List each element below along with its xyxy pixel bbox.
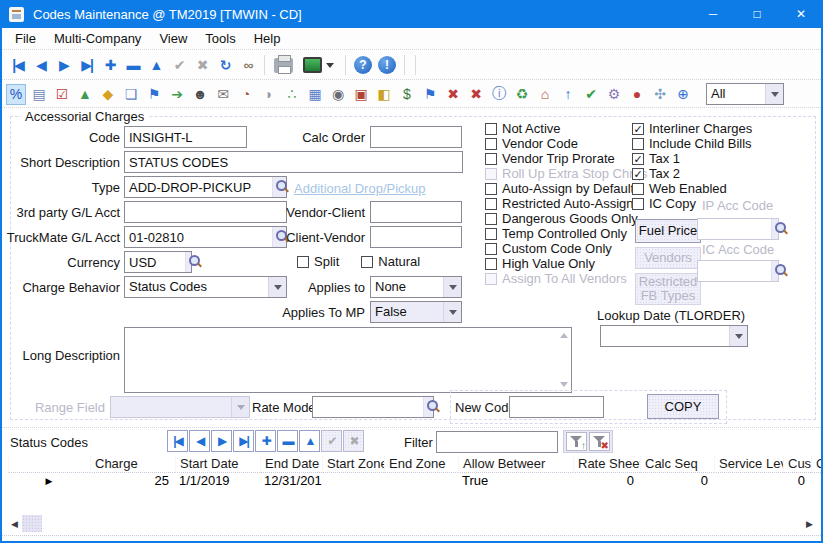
vendor-client-field[interactable] bbox=[370, 201, 462, 223]
chevron-down-icon[interactable] bbox=[765, 84, 783, 104]
truckmate-gl-field[interactable] bbox=[124, 226, 287, 248]
grid-cell[interactable]: 0 bbox=[573, 473, 640, 490]
copy-check-icon[interactable]: ❏ bbox=[121, 84, 141, 105]
ip-acc-code-field[interactable] bbox=[697, 218, 779, 240]
hscroll-thumb[interactable] bbox=[22, 515, 42, 532]
minimize-button[interactable]: ─ bbox=[691, 0, 735, 28]
applies-to-combobox[interactable]: None bbox=[370, 276, 462, 298]
chevron-down-icon[interactable] bbox=[231, 397, 249, 417]
print-button[interactable] bbox=[270, 53, 297, 77]
checkbox[interactable]: ✓ Tax 2 bbox=[632, 166, 752, 181]
car-icon[interactable]: ● bbox=[627, 84, 647, 105]
checkbox[interactable]: Include Child Bills bbox=[632, 136, 752, 151]
checkbox-box[interactable] bbox=[297, 256, 309, 268]
grid-cell[interactable]: 0 bbox=[783, 473, 811, 490]
hscroll-right-icon[interactable]: ▶ bbox=[806, 519, 813, 529]
cancel-edit-button[interactable]: ✖ bbox=[190, 53, 213, 77]
grid-data-row[interactable]: ▶251/1/201912/31/2019 11:True000 bbox=[8, 473, 823, 490]
clear-filter-button[interactable]: ✖ bbox=[589, 432, 610, 451]
grid-first-button[interactable]: |◀ bbox=[167, 430, 188, 452]
truck-arrow-icon[interactable]: ➔ bbox=[167, 84, 187, 105]
checkbox[interactable]: Restricted Auto-Assign bbox=[485, 196, 647, 211]
link-nodes-icon[interactable]: ∴ bbox=[282, 84, 302, 105]
vendors-button[interactable]: Vendors bbox=[635, 247, 701, 269]
chevron-down-icon[interactable] bbox=[268, 277, 286, 297]
gears-icon[interactable]: ⚙ bbox=[604, 84, 624, 105]
grid-header-cell[interactable]: End Date bbox=[260, 456, 322, 473]
gauge-icon[interactable]: ◔ bbox=[236, 84, 256, 105]
invoice-icon[interactable]: $ bbox=[397, 84, 417, 105]
checkbox[interactable]: Temp Controlled Only bbox=[485, 226, 647, 241]
checkbox[interactable]: Custom Code Only bbox=[485, 241, 647, 256]
lookup-date-combobox[interactable] bbox=[600, 325, 748, 347]
checkbox-box[interactable] bbox=[485, 258, 497, 270]
grid-cell[interactable]: ▶ bbox=[8, 473, 90, 490]
chevron-down-icon[interactable] bbox=[729, 326, 747, 346]
checkbox[interactable]: ✓ Tax 1 bbox=[632, 151, 752, 166]
last-record-button[interactable]: ▶| bbox=[75, 53, 98, 77]
checkbox[interactable]: Assign To All Vendors bbox=[485, 271, 647, 286]
first-record-button[interactable]: |◀ bbox=[6, 53, 29, 77]
grid-post-button[interactable]: ✔ bbox=[321, 430, 342, 452]
percent-accessorials-icon[interactable]: % bbox=[6, 84, 26, 105]
house-icon[interactable]: ⌂ bbox=[535, 84, 555, 105]
help-button[interactable]: ? bbox=[354, 56, 372, 74]
checkbox-box[interactable]: ✓ bbox=[632, 123, 644, 135]
grid-header-cell[interactable]: Service Leve bbox=[714, 456, 783, 473]
report-icon[interactable]: ▤ bbox=[29, 84, 49, 105]
currency-field[interactable] bbox=[124, 251, 192, 273]
driver-icon[interactable]: ☻ bbox=[190, 84, 210, 105]
grid-header-cell[interactable]: Start Zone bbox=[322, 456, 384, 473]
about-button[interactable]: ! bbox=[378, 56, 396, 74]
prior-record-button[interactable]: ◀ bbox=[29, 53, 52, 77]
code-field[interactable] bbox=[124, 126, 247, 148]
ic-acc-code-input[interactable] bbox=[698, 261, 771, 281]
new-code-field[interactable] bbox=[509, 396, 604, 418]
flag-icon[interactable]: ⚑ bbox=[144, 84, 164, 105]
truck-icon[interactable]: ▣ bbox=[351, 84, 371, 105]
grid-cell[interactable] bbox=[322, 473, 384, 490]
checkbox[interactable]: Roll Up Extra Stop Chrqs bbox=[485, 166, 647, 181]
checkbox-box[interactable] bbox=[632, 198, 644, 210]
network-delete-icon[interactable]: ✖ bbox=[443, 84, 463, 105]
checkbox-box[interactable] bbox=[485, 213, 497, 225]
grid-delete-button[interactable]: ▬ bbox=[277, 430, 298, 452]
type-input[interactable] bbox=[125, 177, 272, 197]
client-vendor-field[interactable] bbox=[370, 226, 462, 248]
checkbox-box[interactable] bbox=[485, 228, 497, 240]
rate-mode-input[interactable] bbox=[313, 397, 423, 417]
grid-header-cell[interactable]: Calc Seq bbox=[640, 456, 714, 473]
mail-icon[interactable]: ✉ bbox=[213, 84, 233, 105]
checkbox-box[interactable] bbox=[632, 138, 644, 150]
ip-acc-lookup-icon[interactable] bbox=[771, 219, 778, 239]
checkbox[interactable]: Dangerous Goods Only bbox=[485, 211, 647, 226]
checkbox-box[interactable] bbox=[485, 273, 497, 285]
find-button[interactable]: ∞ bbox=[236, 53, 259, 77]
apply-filter-button[interactable]: ↑ bbox=[566, 432, 587, 451]
truckmate-gl-input[interactable] bbox=[125, 227, 272, 247]
checkbox[interactable]: High Value Only bbox=[485, 256, 647, 271]
chart-icon[interactable]: ▲ bbox=[75, 84, 95, 105]
new-code-input[interactable] bbox=[510, 397, 603, 417]
view-filter-combobox[interactable]: All bbox=[706, 83, 784, 105]
menu-item[interactable]: Multi-Company bbox=[45, 29, 150, 48]
hscroll-left-icon[interactable]: ◀ bbox=[11, 519, 18, 529]
third-party-gl-field[interactable] bbox=[124, 201, 287, 223]
checklist-icon[interactable]: ☑ bbox=[52, 84, 72, 105]
grid-header-cell[interactable]: Rate Sheet ID bbox=[573, 456, 640, 473]
filter-input[interactable] bbox=[437, 432, 557, 452]
third-party-gl-input[interactable] bbox=[125, 202, 286, 222]
checkbox[interactable]: Web Enabled bbox=[632, 181, 752, 196]
grid-cell[interactable]: 12/31/2019 11: bbox=[260, 473, 322, 490]
grid-cell[interactable]: 1/1/2019 bbox=[175, 473, 260, 490]
globe-icon[interactable]: ⊕ bbox=[673, 84, 693, 105]
range-field-combobox[interactable] bbox=[110, 396, 250, 418]
grid-cell[interactable]: 0 bbox=[640, 473, 714, 490]
checkbox-box[interactable]: ✓ bbox=[632, 153, 644, 165]
checkbox-box[interactable] bbox=[485, 168, 497, 180]
grid-edit-button[interactable]: ▲ bbox=[299, 430, 320, 452]
shoe-icon[interactable]: ◗ bbox=[259, 84, 279, 105]
type-lookup-icon[interactable] bbox=[272, 177, 286, 197]
next-record-button[interactable]: ▶ bbox=[52, 53, 75, 77]
checkbox[interactable]: Vendor Trip Prorate bbox=[485, 151, 647, 166]
